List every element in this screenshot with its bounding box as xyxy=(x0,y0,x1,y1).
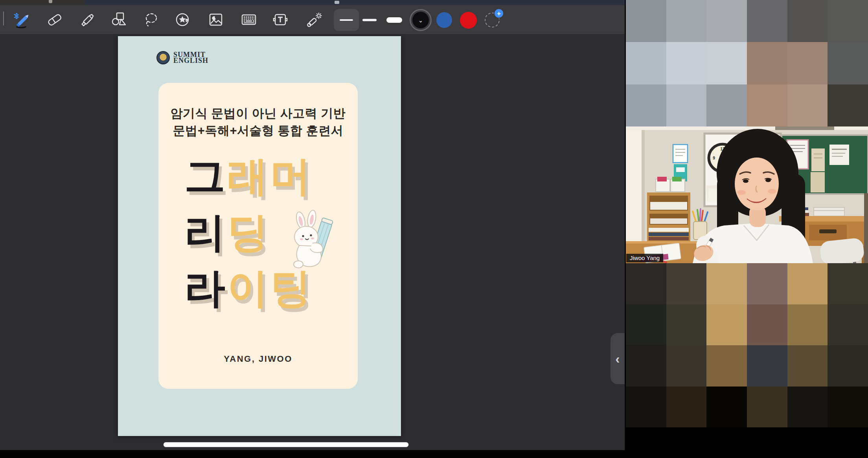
mosaic-cell xyxy=(828,304,868,346)
photo-tool-button[interactable] xyxy=(206,10,225,29)
mosaic-cell xyxy=(706,42,747,84)
rabbit-pencil-illustration xyxy=(287,209,339,273)
top-strip-navy xyxy=(85,0,625,5)
color-swatch-red[interactable] xyxy=(460,12,477,29)
title-line: 그래머 xyxy=(184,152,313,200)
summit-english-logo: SUMMIT ENGLISH xyxy=(156,51,208,64)
logo-crest-icon xyxy=(156,51,170,64)
document-canvas[interactable]: SUMMIT ENGLISH 암기식 문법이 아닌 사고력 기반 문법+독해+서… xyxy=(0,35,625,450)
color-swatch-blue[interactable] xyxy=(436,12,452,28)
bluetooth-icon xyxy=(14,13,18,19)
mosaic-cell xyxy=(747,84,787,126)
mosaic-cell xyxy=(787,263,828,304)
stroke-width-thin-option[interactable] xyxy=(340,19,353,21)
stroke-width-thick-option[interactable] xyxy=(386,17,402,23)
document-page: SUMMIT ENGLISH 암기식 문법이 아닌 사고력 기반 문법+독해+서… xyxy=(118,36,401,436)
mosaic-cell xyxy=(828,387,868,428)
mosaic-cell xyxy=(666,42,707,84)
keyboard-tool-button[interactable] xyxy=(239,10,258,29)
subtitle-line2: 문법+독해+서술형 통합 훈련서 xyxy=(158,122,358,139)
color-swatch-black[interactable]: ⌄ xyxy=(412,12,429,28)
mosaic-cell xyxy=(787,84,828,126)
mosaic-cell xyxy=(706,387,747,428)
photo-icon xyxy=(207,11,225,29)
mosaic-cell xyxy=(706,304,747,346)
mosaic-cell xyxy=(747,42,787,84)
pen-tool-button[interactable] xyxy=(12,10,31,29)
top-strip-tab xyxy=(335,1,339,4)
mosaic-cell xyxy=(828,42,868,84)
mosaic-cell xyxy=(666,304,707,346)
annotation-app-window: ⌄ + SUMMIT ENGLISH 암기식 문법이 아닌 사고력 기반 문법+… xyxy=(0,0,625,450)
subtitle-line1: 암기식 문법이 아닌 사고력 기반 xyxy=(158,105,358,122)
shapes-icon xyxy=(110,11,128,29)
book-author: YANG, JIWOO xyxy=(158,354,358,364)
mosaic-cell xyxy=(828,263,868,304)
title-yellow-chars: 딩 xyxy=(227,209,270,255)
eraser-tool-button[interactable] xyxy=(46,10,64,29)
mosaic-cell xyxy=(787,387,828,428)
mosaic-cell xyxy=(626,304,666,346)
mosaic-cell xyxy=(666,0,707,42)
mosaic-cell xyxy=(706,345,747,387)
laser-pointer-icon xyxy=(305,11,323,29)
book-subtitle: 암기식 문법이 아닌 사고력 기반 문법+독해+서술형 통합 훈련서 xyxy=(158,105,358,139)
mosaic-cell xyxy=(747,387,787,428)
highlighter-tool-button[interactable] xyxy=(79,10,97,29)
pixelated-region-top xyxy=(626,0,868,126)
lasso-tool-button[interactable] xyxy=(142,10,160,29)
mosaic-cell xyxy=(747,304,787,346)
mosaic-cell xyxy=(626,345,666,387)
keyboard-icon xyxy=(240,11,258,29)
mosaic-cell xyxy=(787,42,828,84)
window-top-strip xyxy=(0,0,625,5)
svg-text:9: 9 xyxy=(713,156,715,160)
mosaic-cell xyxy=(666,84,707,126)
mosaic-cell xyxy=(666,387,707,428)
annotation-toolbar: ⌄ + xyxy=(0,5,625,35)
mosaic-cell xyxy=(828,345,868,387)
mosaic-cell xyxy=(626,263,666,304)
shapes-tool-button[interactable] xyxy=(110,10,129,29)
stroke-width-medium-option[interactable] xyxy=(362,19,377,21)
mosaic-cell xyxy=(626,0,666,42)
text-tool-button[interactable] xyxy=(271,10,290,29)
mosaic-cell xyxy=(626,42,666,84)
mosaic-cell xyxy=(787,345,828,387)
mosaic-cell xyxy=(706,263,747,304)
title-black-char: 리 xyxy=(184,209,227,255)
plus-icon: + xyxy=(497,10,501,17)
add-color-plus-badge[interactable]: + xyxy=(494,8,504,18)
top-strip-mark xyxy=(49,0,52,3)
mosaic-cell xyxy=(666,263,707,304)
mosaic-cell xyxy=(706,84,747,126)
mosaic-cell xyxy=(747,345,787,387)
mosaic-cell xyxy=(626,387,666,428)
title-black-char: 그 xyxy=(184,153,227,199)
mosaic-cell xyxy=(747,263,787,304)
logo-line2: ENGLISH xyxy=(173,58,208,64)
sidebar-collapse-handle[interactable]: ‹ xyxy=(611,333,625,384)
laser-pointer-tool-button[interactable] xyxy=(304,10,323,29)
participant-video-tile[interactable]: 12 3 6 9 xyxy=(626,126,868,263)
mosaic-cell xyxy=(828,0,868,42)
highlighter-icon xyxy=(79,11,97,29)
classroom-scene: 12 3 6 9 xyxy=(626,126,868,263)
horizontal-scrollbar[interactable] xyxy=(163,442,409,447)
sticker-icon xyxy=(173,11,191,29)
mosaic-cell xyxy=(747,0,787,42)
lasso-icon xyxy=(142,11,160,29)
text-icon xyxy=(271,11,289,29)
mosaic-cell xyxy=(626,84,666,126)
title-black-char: 라 xyxy=(184,265,227,311)
mosaic-cell xyxy=(787,304,828,346)
eraser-icon xyxy=(46,11,64,29)
chevron-down-icon: ⌄ xyxy=(418,17,423,23)
mosaic-cell xyxy=(666,345,707,387)
pixelated-region-bottom xyxy=(626,263,868,427)
participant-name-label: Jiwoo Yang xyxy=(626,254,663,262)
toolbar-left-divider xyxy=(3,11,4,26)
mosaic-cell xyxy=(706,0,747,42)
video-conference-panel: 12 3 6 9 xyxy=(626,0,868,458)
sticker-tool-button[interactable] xyxy=(173,10,192,29)
